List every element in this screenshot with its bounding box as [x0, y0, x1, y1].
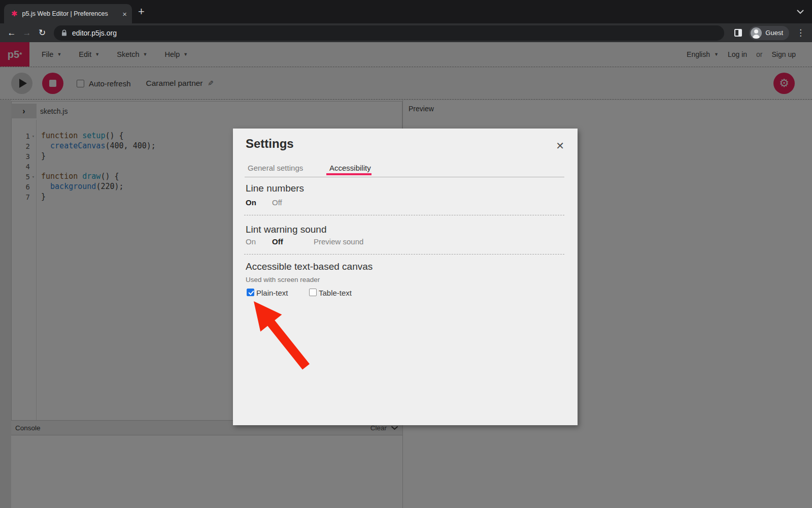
p5-editor-page: p5* File▼ Edit▼ Sketch▼ Help▼ English▼ L…	[0, 42, 812, 508]
forward-icon: →	[19, 28, 35, 38]
modal-title: Settings	[246, 137, 294, 151]
table-text-label: Table-text	[319, 289, 352, 297]
screen-reader-subtext: Used with screen reader	[246, 276, 320, 283]
url-bar[interactable]: editor.p5js.org	[54, 25, 724, 41]
lock-icon	[61, 29, 67, 36]
tab-strip: ✱ p5.js Web Editor | Preferences × +	[0, 0, 812, 23]
lint-sound-heading: Lint warning sound	[246, 224, 327, 235]
profile-button[interactable]: Guest	[749, 26, 789, 40]
line-numbers-on-option[interactable]: On	[246, 198, 256, 207]
line-numbers-off-option[interactable]: Off	[272, 198, 282, 207]
new-tab-button[interactable]: +	[138, 6, 145, 17]
avatar-icon	[751, 27, 762, 39]
tab-title: p5.js Web Editor | Preferences	[22, 10, 120, 17]
side-panel-icon[interactable]	[734, 29, 742, 37]
p5-favicon-icon: ✱	[11, 9, 18, 18]
browser-tab[interactable]: ✱ p5.js Web Editor | Preferences ×	[4, 4, 132, 23]
modal-close-icon[interactable]: ✕	[556, 140, 564, 152]
lint-preview-sound-option[interactable]: Preview sound	[314, 237, 363, 246]
table-text-checkbox[interactable]	[309, 289, 317, 296]
browser-menu-icon[interactable]: ⋮	[796, 27, 805, 38]
reload-icon[interactable]: ↻	[35, 27, 50, 38]
section-divider	[244, 254, 564, 255]
section-divider	[244, 215, 564, 215]
back-icon[interactable]: ←	[4, 28, 19, 38]
lint-on-option[interactable]: On	[246, 237, 256, 246]
profile-label: Guest	[765, 29, 783, 37]
lint-off-option[interactable]: Off	[272, 237, 283, 246]
plain-text-label: Plain-text	[256, 289, 288, 297]
tab-general-settings[interactable]: General settings	[248, 164, 303, 172]
url-text: editor.p5js.org	[72, 29, 117, 37]
tab-close-icon[interactable]: ×	[122, 10, 127, 18]
active-tab-underline	[326, 173, 371, 175]
browser-chrome: ✱ p5.js Web Editor | Preferences × + ← →…	[0, 0, 812, 42]
tab-search-chevron-icon[interactable]	[797, 10, 804, 14]
settings-modal: Settings ✕ General settings Accessibilit…	[233, 129, 578, 425]
tab-accessibility[interactable]: Accessibility	[329, 164, 371, 172]
browser-toolbar: ← → ↻ editor.p5js.org Guest ⋮	[0, 23, 812, 42]
tabs-divider	[245, 177, 564, 177]
plain-text-checkbox[interactable]	[247, 289, 254, 296]
accessible-canvas-heading: Accessible text-based canvas	[246, 261, 373, 272]
line-numbers-heading: Line numbers	[246, 183, 304, 194]
